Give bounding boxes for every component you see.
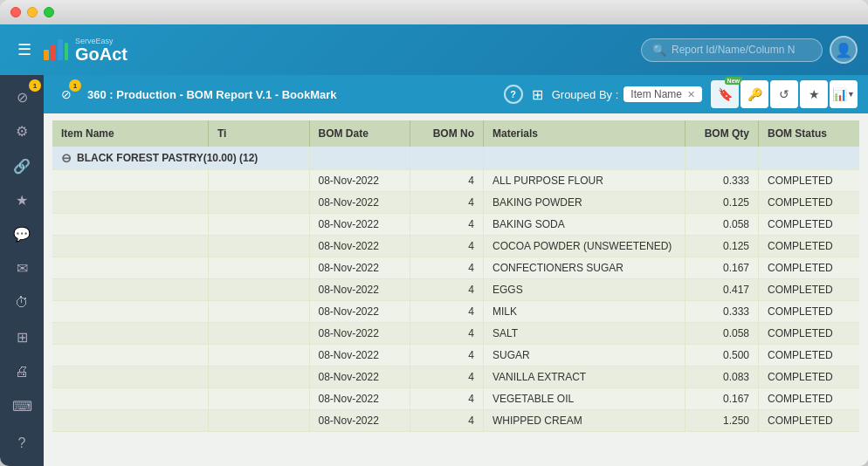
sidebar-item-email[interactable]: ✉ bbox=[5, 253, 38, 284]
sidebar-item-clock[interactable]: ⏱ bbox=[5, 288, 38, 319]
cell-status: COMPLETED bbox=[759, 301, 860, 323]
cell-date: 08-Nov-2022 bbox=[309, 170, 410, 192]
remove-group-button[interactable]: ✕ bbox=[687, 89, 695, 100]
search-input[interactable] bbox=[672, 44, 811, 56]
sidebar-item-filter[interactable]: ⊘ 1 bbox=[5, 82, 38, 113]
cell-bomno: 4 bbox=[410, 192, 484, 214]
sub-header: ⊘ 1 360 : Production - BOM Report V.1 - … bbox=[44, 75, 868, 113]
logo-goact: GoAct bbox=[75, 45, 127, 63]
table-row: 08-Nov-2022 4 BAKING SODA 0.058 COMPLETE… bbox=[52, 214, 859, 236]
search-box[interactable]: 🔍 bbox=[641, 38, 823, 62]
group-bomno bbox=[410, 147, 484, 170]
table-group-row: ⊖ BLACK FOREST PASTRY(10.00) (12) bbox=[52, 147, 859, 170]
cell-bomno: 4 bbox=[410, 170, 484, 192]
sidebar-item-print[interactable]: 🖨 bbox=[5, 356, 38, 387]
group-materials bbox=[484, 147, 685, 170]
email-icon: ✉ bbox=[17, 260, 28, 277]
new-badge: New bbox=[725, 77, 742, 85]
bookmark-icon: 🔖 bbox=[718, 87, 733, 101]
cell-ti bbox=[209, 214, 310, 236]
col-ti: Ti bbox=[209, 120, 310, 147]
logo-icon bbox=[42, 36, 70, 64]
table-row: 08-Nov-2022 4 SUGAR 0.500 COMPLETED bbox=[52, 345, 859, 367]
chat-icon: 💬 bbox=[13, 226, 31, 243]
menu-button[interactable]: ☰ bbox=[10, 37, 38, 63]
report-title: 360 : Production - BOM Report V.1 - Book… bbox=[87, 88, 495, 101]
group-qty bbox=[685, 147, 759, 170]
grouped-by-label: Grouped By : bbox=[552, 88, 619, 101]
minimize-button[interactable] bbox=[27, 7, 38, 17]
cell-qty: 1.250 bbox=[685, 410, 759, 432]
logo-text: ServeEasy GoAct bbox=[75, 38, 127, 63]
maximize-button[interactable] bbox=[44, 7, 54, 17]
collapse-icon[interactable]: ⊖ bbox=[61, 151, 72, 165]
group-name: BLACK FOREST PASTRY(10.00) (12) bbox=[77, 152, 258, 164]
cell-status: COMPLETED bbox=[759, 367, 860, 388]
sidebar-item-keyboard[interactable]: ⌨ bbox=[5, 390, 38, 421]
cell-materials: WHIPPED CREAM bbox=[484, 410, 685, 432]
cell-bomno: 4 bbox=[410, 236, 484, 257]
svg-rect-0 bbox=[44, 50, 49, 60]
cell-ti bbox=[209, 388, 310, 410]
sidebar-item-settings[interactable]: ⚙ bbox=[5, 116, 38, 147]
cell-materials: VEGETABLE OIL bbox=[484, 388, 685, 410]
favorite-button[interactable]: ★ bbox=[800, 80, 828, 108]
title-bar bbox=[0, 0, 868, 24]
sidebar-item-star[interactable]: ★ bbox=[5, 185, 38, 216]
bookmark-button[interactable]: 🔖 New bbox=[711, 80, 739, 108]
svg-rect-3 bbox=[65, 43, 68, 60]
cell-ti bbox=[209, 236, 310, 257]
table-header-row: Item Name Ti BOM Date BOM No Materials B… bbox=[52, 120, 859, 147]
cell-item bbox=[52, 257, 209, 279]
cell-materials: SUGAR bbox=[484, 345, 685, 367]
cell-ti bbox=[209, 345, 310, 367]
question-icon: ? bbox=[510, 89, 516, 99]
cell-ti bbox=[209, 323, 310, 345]
svg-rect-2 bbox=[58, 39, 63, 60]
table-row: 08-Nov-2022 4 EGGS 0.417 COMPLETED bbox=[52, 279, 859, 301]
table-container[interactable]: Item Name Ti BOM Date BOM No Materials B… bbox=[44, 113, 868, 466]
help-icon: ? bbox=[18, 435, 26, 451]
clock-icon: ⏱ bbox=[15, 295, 29, 311]
user-avatar[interactable]: 👤 bbox=[830, 36, 858, 64]
sidebar-item-table[interactable]: ⊞ bbox=[5, 322, 38, 353]
cell-ti bbox=[209, 367, 310, 388]
sidebar-item-link[interactable]: 🔗 bbox=[5, 151, 38, 182]
cell-materials: VANILLA EXTRACT bbox=[484, 367, 685, 388]
filter-count-badge: 1 bbox=[69, 79, 81, 92]
cell-materials: BAKING POWDER bbox=[484, 192, 685, 214]
cell-item bbox=[52, 236, 209, 257]
col-bom-no: BOM No bbox=[410, 120, 484, 147]
table-row: 08-Nov-2022 4 VANILLA EXTRACT 0.083 COMP… bbox=[52, 367, 859, 388]
close-button[interactable] bbox=[10, 7, 21, 17]
cell-item bbox=[52, 214, 209, 236]
cell-item bbox=[52, 323, 209, 345]
bom-table: Item Name Ti BOM Date BOM No Materials B… bbox=[52, 120, 859, 432]
cell-date: 08-Nov-2022 bbox=[309, 410, 410, 432]
table-row: 08-Nov-2022 4 BAKING POWDER 0.125 COMPLE… bbox=[52, 192, 859, 214]
table-row: 08-Nov-2022 4 ALL PURPOSE FLOUR 0.333 CO… bbox=[52, 170, 859, 192]
cell-status: COMPLETED bbox=[759, 279, 860, 301]
cell-qty: 0.333 bbox=[685, 301, 759, 323]
cell-ti bbox=[209, 279, 310, 301]
cell-status: COMPLETED bbox=[759, 345, 860, 367]
filter-button[interactable]: ⊘ 1 bbox=[54, 82, 79, 106]
cell-qty: 0.125 bbox=[685, 192, 759, 214]
chart-button[interactable]: 📊 ▼ bbox=[830, 80, 858, 108]
cell-status: COMPLETED bbox=[759, 410, 860, 432]
help-button[interactable]: ? bbox=[504, 85, 523, 104]
group-cell: ⊖ BLACK FOREST PASTRY(10.00) (12) bbox=[52, 147, 309, 170]
cell-ti bbox=[209, 192, 310, 214]
cell-date: 08-Nov-2022 bbox=[309, 214, 410, 236]
grid-view-button[interactable]: ⊞ bbox=[532, 86, 543, 103]
refresh-button[interactable]: ↺ bbox=[770, 80, 798, 108]
cell-bomno: 4 bbox=[410, 301, 484, 323]
logo: ServeEasy GoAct bbox=[42, 36, 127, 64]
filter-icon: ⊘ bbox=[17, 89, 28, 106]
key-button[interactable]: 🔑 bbox=[741, 80, 768, 108]
filter-badge: 1 bbox=[29, 79, 41, 92]
sidebar-item-help[interactable]: ? bbox=[5, 428, 38, 459]
sidebar-item-chat[interactable]: 💬 bbox=[5, 219, 38, 250]
cell-qty: 0.167 bbox=[685, 257, 759, 279]
cell-status: COMPLETED bbox=[759, 257, 860, 279]
